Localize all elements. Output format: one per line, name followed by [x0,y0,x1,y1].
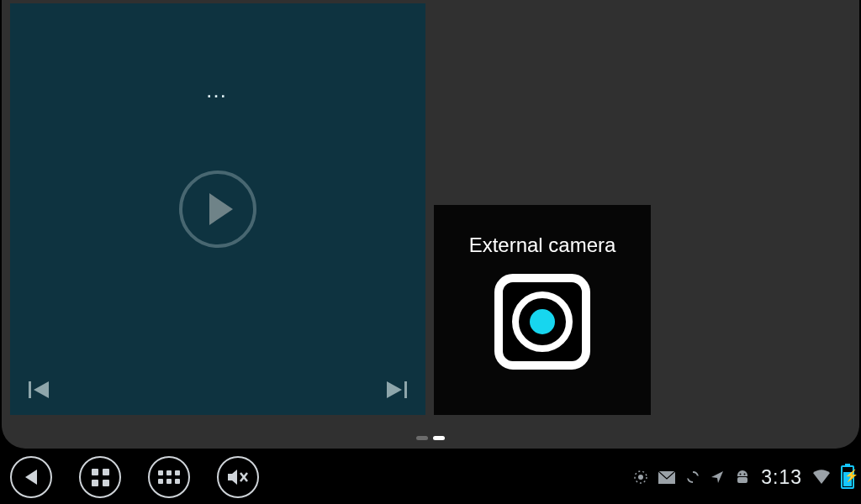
mail-icon [658,471,675,484]
location-icon [710,470,724,484]
back-icon [24,469,39,486]
previous-track-button[interactable] [29,380,50,400]
apps-grid-icon [158,470,180,484]
svg-rect-12 [737,477,747,483]
svg-point-13 [740,474,742,475]
media-player-widget: … [10,3,425,415]
skip-previous-icon [29,380,50,400]
back-button[interactable] [10,456,52,498]
camera-icon [494,274,590,370]
android-icon [734,470,751,484]
battery-charging-icon: ⚡ [841,465,854,489]
svg-rect-0 [29,381,31,398]
volume-mute-icon [227,468,249,486]
play-icon [209,193,233,225]
svg-marker-2 [387,381,402,398]
recent-apps-button[interactable] [79,456,121,498]
mute-button[interactable] [217,456,259,498]
page-indicator[interactable] [416,436,445,440]
svg-marker-11 [711,471,723,483]
svg-marker-1 [34,381,49,398]
system-bar: 3:13 ⚡ [0,450,861,504]
page-dot [416,436,428,440]
svg-point-14 [744,474,746,475]
svg-rect-3 [404,381,407,398]
gps-icon [633,470,648,485]
recent-apps-icon [92,469,109,486]
svg-marker-4 [25,470,37,485]
clock: 3:13 [761,466,802,489]
play-button[interactable] [179,171,256,248]
sync-icon [685,470,700,485]
next-track-button[interactable] [385,380,407,400]
page-dot-active [433,436,445,440]
svg-marker-5 [228,470,237,485]
home-stage: … External camera [2,0,859,449]
camera-widget-label: External camera [434,234,651,257]
skip-next-icon [385,380,407,400]
status-tray[interactable]: 3:13 ⚡ [633,465,854,489]
all-apps-button[interactable] [148,456,190,498]
track-metadata: … [205,77,230,103]
wifi-icon [812,470,831,485]
external-camera-widget[interactable]: External camera [434,205,651,415]
svg-point-8 [638,475,643,480]
